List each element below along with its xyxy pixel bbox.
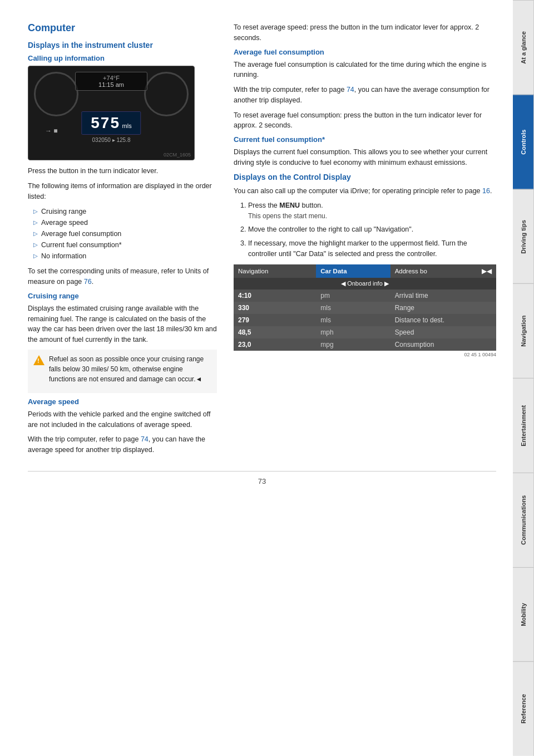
cruising-range-text: Displays the estimated cruising range av… [28, 303, 217, 345]
sidebar-tab-controls[interactable]: Controls [513, 95, 534, 189]
cell-label-3: Speed [390, 326, 496, 338]
cell-unit-2: mls [316, 314, 390, 326]
avg-fuel-page-link[interactable]: 74 [347, 86, 354, 94]
avg-fuel-text3: To reset average fuel consumption: press… [234, 110, 496, 131]
table-row: 4:10 pm Arrival time [234, 289, 496, 302]
table-row: 48,5 mph Speed [234, 326, 496, 338]
step-1: Press the MENU button. This opens the st… [248, 200, 496, 221]
right-gauge [144, 72, 189, 116]
sidebar-tab-reference[interactable]: Reference [513, 661, 534, 756]
following-text: The following items of information are d… [28, 181, 217, 202]
table-tab-icon: ▶◀ [477, 264, 496, 278]
section-title: Computer [28, 22, 217, 34]
cell-value-2: 279 [234, 314, 316, 326]
control-display-page-link[interactable]: 16 [482, 187, 490, 195]
control-display-table: Navigation Car Data Address bo ▶◀ ◀ Onbo… [234, 264, 496, 351]
reset-avg-speed-text: To reset average speed: press the button… [234, 22, 496, 43]
sidebar-tab-driving-tips[interactable]: Driving tips [513, 189, 534, 284]
page-number: 73 [28, 471, 496, 485]
list-item-cruising-range: Cruising range [33, 206, 217, 217]
sidebar: At a glance Controls Driving tips Naviga… [513, 0, 534, 756]
sidebar-tab-mobility[interactable]: Mobility [513, 567, 534, 662]
speed-unit: mls [122, 122, 132, 129]
list-item-current-fuel: Current fuel consumption* [33, 239, 217, 251]
table-image-label: 02 45 1 00494 [234, 352, 496, 357]
control-display-text: You can also call up the computer via iD… [234, 186, 496, 197]
instrument-cluster-heading: Displays in the instrument cluster [28, 41, 217, 50]
step-2: Move the controller to the right to call… [248, 224, 496, 235]
nav-arrow: → ■ [45, 127, 58, 135]
left-column: Computer Displays in the instrument clus… [28, 22, 217, 460]
list-item-no-info: No information [33, 251, 217, 262]
list-item-average-speed: Average speed [33, 217, 217, 228]
warning-text: Refuel as soon as possible once your cru… [49, 354, 211, 384]
cell-unit-1: mls [316, 302, 390, 314]
average-speed-heading: Average speed [28, 397, 217, 406]
cruising-range-heading: Cruising range [28, 292, 217, 300]
time-value: 11:15 am [78, 81, 145, 88]
avg-fuel-text2: With the trip computer, refer to page 74… [234, 85, 496, 106]
temp-value: +74°F [78, 75, 145, 81]
cell-unit-3: mph [316, 326, 390, 338]
warning-box: ! Refuel as soon as possible once your c… [28, 350, 217, 393]
avg-speed-page-link[interactable]: 74 [141, 435, 149, 443]
two-col-layout: Computer Displays in the instrument clus… [28, 22, 496, 460]
avg-fuel-heading: Average fuel consumption [234, 48, 496, 56]
current-fuel-heading: Current fuel consumption* [234, 135, 496, 144]
table-sub-header: ◀ Onboard info ▶ [234, 278, 496, 289]
cluster-display-image: +74°F 11:15 am → ■ 575 mls 032050 ▸ 125.… [28, 66, 195, 160]
table-row: 330 mls Range [234, 302, 496, 314]
units-text: To set the corresponding units of measur… [28, 266, 217, 287]
sidebar-tab-entertainment[interactable]: Entertainment [513, 378, 534, 473]
speed-value: 575 [91, 114, 120, 131]
press-text: Press the button in the turn indicator l… [28, 166, 217, 176]
table-row: 279 mls Distance to dest. [234, 314, 496, 326]
table-tab-navigation: Navigation [234, 264, 316, 278]
avg-fuel-text1: The average fuel consumption is calculat… [234, 60, 496, 81]
table-tab-car-data: Car Data [316, 264, 390, 278]
sidebar-tab-navigation[interactable]: Navigation [513, 283, 534, 378]
table-row: 23,0 mpg Consumption [234, 338, 496, 351]
speed-display-box: 575 mls 032050 ▸ 125.8 [81, 111, 141, 143]
step-3: If necessary, move the highlight marker … [248, 238, 496, 259]
cell-unit-4: mpg [316, 338, 390, 351]
avg-speed-text2: With the trip computer, refer to page 74… [28, 434, 217, 455]
left-gauge [34, 72, 78, 116]
main-content: Computer Displays in the instrument clus… [0, 0, 513, 508]
cell-label-1: Range [390, 302, 496, 314]
control-display-heading: Displays on the Control Display [234, 173, 496, 181]
cell-value-4: 23,0 [234, 338, 316, 351]
numbered-steps: Press the MENU button. This opens the st… [239, 200, 496, 259]
cell-value-1: 330 [234, 302, 316, 314]
current-fuel-text: Displays the current fuel consumption. T… [234, 147, 496, 168]
cell-label-2: Distance to dest. [390, 314, 496, 326]
cell-unit-0: pm [316, 289, 390, 302]
cell-label-0: Arrival time [390, 289, 496, 302]
cell-value-0: 4:10 [234, 289, 316, 302]
sidebar-tab-communications[interactable]: Communications [513, 473, 534, 567]
cell-label-4: Consumption [390, 338, 496, 351]
cluster-image-label: 02CM_1605 [164, 152, 191, 158]
bullet-list: Cruising range Average speed Average fue… [33, 206, 217, 262]
calling-up-heading: Calling up information [28, 54, 217, 62]
cell-value-3: 48,5 [234, 326, 316, 338]
center-display: +74°F 11:15 am [75, 72, 147, 91]
units-page-link[interactable]: 76 [84, 278, 92, 286]
sidebar-tab-at-a-glance[interactable]: At a glance [513, 0, 534, 95]
list-item-avg-fuel: Average fuel consumption [33, 228, 217, 239]
right-column: To reset average speed: press the button… [234, 22, 496, 460]
table-tab-address-book: Address bo [390, 264, 477, 278]
avg-speed-text1: Periods with the vehicle parked and the … [28, 409, 217, 430]
trip-info: 032050 ▸ 125.8 [81, 137, 141, 143]
